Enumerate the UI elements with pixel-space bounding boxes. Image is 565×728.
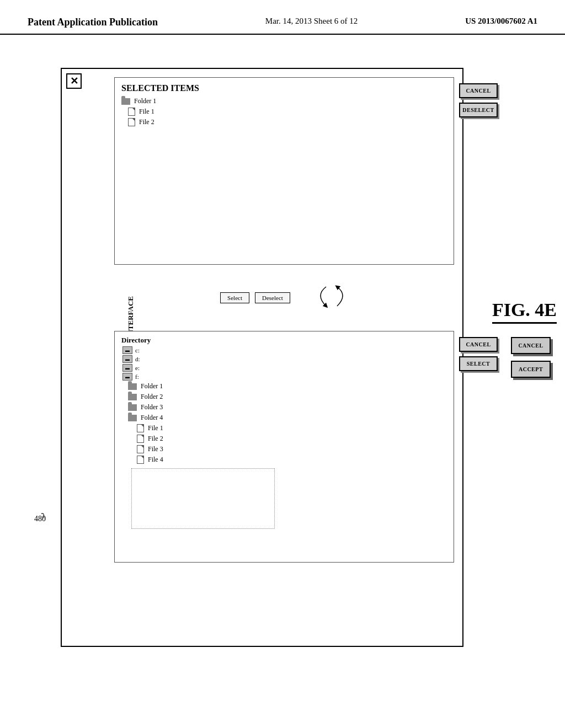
drive-label: d: — [135, 356, 140, 362]
arrows-diagram — [304, 284, 359, 312]
folder-icon — [128, 415, 137, 421]
list-item: Folder 3 — [115, 402, 454, 413]
header-patent-number: US 2013/0067602 A1 — [465, 17, 537, 26]
header-date-sheet: Mar. 14, 2013 Sheet 6 of 12 — [265, 17, 358, 26]
top-cancel-button[interactable]: CANCEL — [459, 83, 498, 98]
list-item: Folder 1 — [115, 96, 454, 106]
file-icon — [128, 108, 135, 116]
drive-icon: ▬ — [122, 373, 132, 381]
drive-icon: ▬ — [122, 346, 132, 354]
selected-items-panel: SELECTED ITEMS Folder 1 File 1 File 2 CA… — [114, 77, 454, 265]
drive-item: ▬ f: — [115, 372, 454, 381]
drive-item: ▬ e: — [115, 363, 454, 372]
selection-highlight-box — [131, 468, 275, 529]
item-label: Folder 2 — [141, 393, 163, 401]
outer-cancel-button[interactable]: CANCEL — [511, 337, 551, 354]
file-icon — [128, 118, 135, 126]
file-icon — [137, 445, 144, 453]
item-label: File 3 — [148, 445, 163, 453]
item-label: Folder 4 — [141, 414, 163, 422]
select-button[interactable]: Select — [220, 292, 249, 303]
content-selection-dialog: ✕ CONTENT SELECTION INTERFACE CANCEL ACC… — [61, 68, 463, 647]
file-icon — [137, 424, 144, 432]
drive-item: ▬ c: — [115, 346, 454, 355]
drive-icon: ▬ — [122, 364, 132, 372]
drive-item: ▬ d: — [115, 355, 454, 363]
item-label: Folder 1 — [141, 382, 163, 390]
folder-icon — [128, 383, 137, 390]
deselect-button[interactable]: DESELECT — [459, 103, 498, 117]
folder-icon — [128, 394, 137, 400]
drive-label: e: — [135, 365, 140, 371]
ref-arrow: ╮ — [41, 509, 46, 518]
figure-label-container: FIG. 4E — [492, 299, 557, 324]
outer-accept-button[interactable]: ACCEPT — [511, 361, 551, 378]
folder-icon — [121, 98, 130, 105]
list-item: File 4 — [115, 454, 454, 465]
close-button[interactable]: ✕ — [66, 73, 82, 89]
figure-label: FIG. 4E — [492, 299, 557, 324]
directory-panel: Directory ▬ c: ▬ d: ▬ e: ▬ f: — [114, 331, 454, 563]
page-header: Patent Application Publication Mar. 14, … — [0, 0, 565, 35]
item-label: File 2 — [139, 118, 154, 126]
top-panel-buttons: CANCEL DESELECT — [459, 83, 498, 117]
directory-label: Directory — [115, 331, 454, 346]
list-item: Folder 2 — [115, 392, 454, 402]
file-icon — [137, 456, 144, 464]
deselect-action-button[interactable]: Deselect — [255, 292, 290, 303]
bottom-cancel-button[interactable]: CANCEL — [459, 337, 498, 352]
drive-label: f: — [135, 373, 139, 380]
select-deselect-area: Select Deselect — [114, 281, 454, 314]
select-action-button[interactable]: SELECT — [459, 356, 498, 371]
selected-items-title: SELECTED ITEMS — [115, 78, 454, 96]
outer-action-buttons: CANCEL ACCEPT — [511, 337, 551, 378]
item-label: File 1 — [148, 424, 163, 432]
item-label: File 2 — [148, 435, 163, 443]
item-label: Folder 1 — [134, 97, 156, 105]
header-publication-type: Patent Application Publication — [28, 17, 158, 28]
list-item: File 1 — [115, 423, 454, 433]
list-item: File 2 — [115, 433, 454, 444]
list-item: File 1 — [115, 106, 454, 117]
drive-label: c: — [135, 347, 140, 354]
list-item: File 2 — [115, 117, 454, 127]
file-icon — [137, 435, 144, 443]
item-label: File 4 — [148, 456, 163, 464]
folder-icon — [128, 404, 137, 411]
item-label: Folder 3 — [141, 403, 163, 411]
list-item: File 3 — [115, 444, 454, 454]
list-item: Folder 1 — [115, 381, 454, 392]
inner-content-area: SELECTED ITEMS Folder 1 File 1 File 2 CA… — [111, 69, 462, 571]
bottom-panel-buttons: CANCEL SELECT — [459, 337, 498, 371]
drive-icon: ▬ — [122, 355, 132, 363]
list-item: Folder 4 — [115, 413, 454, 423]
item-label: File 1 — [139, 108, 154, 116]
main-content: 480 ╮ ✕ CONTENT SELECTION INTERFACE CANC… — [0, 35, 565, 669]
